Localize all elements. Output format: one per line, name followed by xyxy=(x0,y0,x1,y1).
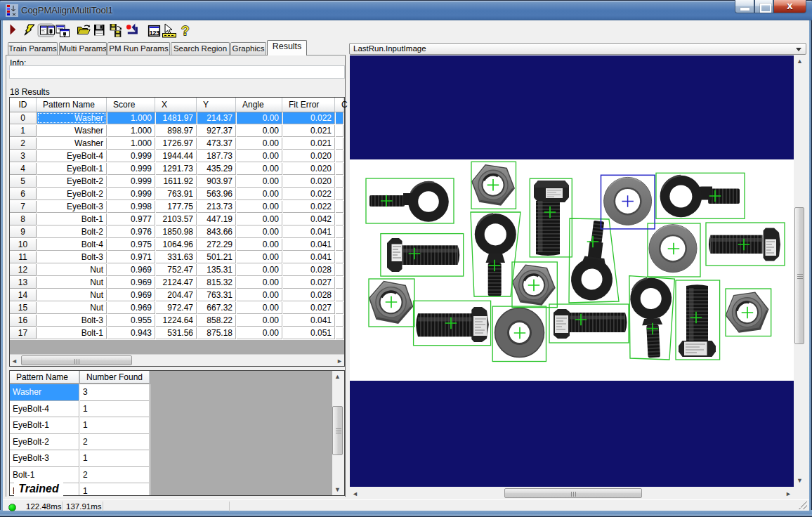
svg-text:123: 123 xyxy=(149,29,159,37)
svg-text:?: ? xyxy=(181,23,190,38)
